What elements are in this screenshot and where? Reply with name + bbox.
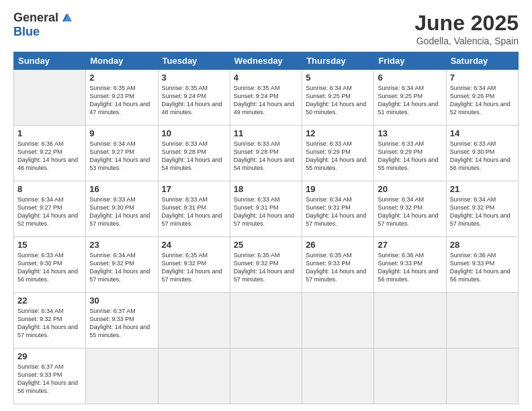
calendar-cell [86,349,158,404]
calendar-header-tuesday: Tuesday [158,52,230,70]
day-info: Sunrise: 6:36 AMSunset: 9:33 PMDaylight:… [450,251,515,284]
day-info: Sunrise: 6:37 AMSunset: 9:33 PMDaylight:… [89,307,154,340]
week-row-3: 8Sunrise: 6:34 AMSunset: 9:27 PMDaylight… [14,181,519,237]
day-number: 24 [162,240,226,250]
day-info: Sunrise: 6:35 AMSunset: 9:24 PMDaylight:… [234,84,298,117]
day-info: Sunrise: 6:33 AMSunset: 9:29 PMDaylight:… [306,140,370,173]
day-number: 10 [162,128,226,138]
day-number: 28 [450,240,515,250]
day-info: Sunrise: 6:35 AMSunset: 9:33 PMDaylight:… [306,251,370,284]
day-number: 2 [89,73,154,83]
calendar-cell: 28Sunrise: 6:36 AMSunset: 9:33 PMDayligh… [446,237,518,293]
calendar-cell: 8Sunrise: 6:34 AMSunset: 9:27 PMDaylight… [14,181,86,237]
day-info: Sunrise: 6:34 AMSunset: 9:27 PMDaylight:… [17,195,82,228]
day-number: 12 [306,128,370,138]
calendar-cell: 9Sunrise: 6:34 AMSunset: 9:27 PMDaylight… [86,126,158,181]
calendar-cell [446,349,518,404]
day-number: 4 [234,73,298,83]
week-row-2: 1Sunrise: 6:36 AMSunset: 9:22 PMDaylight… [14,126,519,181]
day-info: Sunrise: 6:33 AMSunset: 9:30 PMDaylight:… [17,251,82,284]
day-number: 15 [17,240,82,250]
page: General Blue June 2025 Godella, Valencia… [0,0,532,411]
calendar-cell: 17Sunrise: 6:33 AMSunset: 9:31 PMDayligh… [158,181,230,237]
day-number: 18 [234,184,298,194]
calendar-cell [158,293,230,349]
day-info: Sunrise: 6:35 AMSunset: 9:23 PMDaylight:… [89,84,154,117]
calendar-cell [302,293,374,349]
logo-icon [60,12,73,24]
week-row-5: 22Sunrise: 6:34 AMSunset: 9:32 PMDayligh… [14,293,519,349]
calendar-header-friday: Friday [374,52,446,70]
day-number: 19 [306,184,370,194]
calendar-cell: 29Sunrise: 6:37 AMSunset: 9:33 PMDayligh… [14,349,86,404]
calendar-cell: 23Sunrise: 6:34 AMSunset: 9:32 PMDayligh… [86,237,158,293]
day-number: 16 [89,184,154,194]
day-info: Sunrise: 6:37 AMSunset: 9:33 PMDaylight:… [17,363,82,396]
calendar-header-row: SundayMondayTuesdayWednesdayThursdayFrid… [14,52,519,70]
day-info: Sunrise: 6:34 AMSunset: 9:27 PMDaylight:… [89,140,154,173]
day-info: Sunrise: 6:36 AMSunset: 9:33 PMDaylight:… [378,251,442,284]
day-number: 30 [89,295,154,306]
day-info: Sunrise: 6:36 AMSunset: 9:22 PMDaylight:… [17,140,82,173]
day-number: 17 [162,184,226,194]
calendar-table: SundayMondayTuesdayWednesdayThursdayFrid… [13,52,519,404]
calendar-cell: 14Sunrise: 6:33 AMSunset: 9:30 PMDayligh… [446,126,518,181]
calendar-cell [230,293,302,349]
calendar-cell [446,293,518,349]
calendar-cell: 21Sunrise: 6:34 AMSunset: 9:32 PMDayligh… [446,181,518,237]
calendar-body: 2Sunrise: 6:35 AMSunset: 9:23 PMDaylight… [14,70,519,404]
calendar-cell: 20Sunrise: 6:34 AMSunset: 9:32 PMDayligh… [374,181,446,237]
week-row-6: 29Sunrise: 6:37 AMSunset: 9:33 PMDayligh… [14,349,519,404]
calendar-cell [302,349,374,404]
calendar-cell [14,70,86,126]
calendar-cell: 26Sunrise: 6:35 AMSunset: 9:33 PMDayligh… [302,237,374,293]
subtitle: Godella, Valencia, Spain [414,36,519,46]
day-number: 5 [306,73,370,83]
day-info: Sunrise: 6:33 AMSunset: 9:28 PMDaylight:… [234,140,298,173]
day-info: Sunrise: 6:34 AMSunset: 9:25 PMDaylight:… [306,84,370,117]
logo: General Blue [13,11,73,39]
day-number: 20 [378,184,442,194]
calendar-cell: 25Sunrise: 6:35 AMSunset: 9:32 PMDayligh… [230,237,302,293]
calendar-cell: 27Sunrise: 6:36 AMSunset: 9:33 PMDayligh… [374,237,446,293]
calendar-cell: 11Sunrise: 6:33 AMSunset: 9:28 PMDayligh… [230,126,302,181]
day-number: 25 [234,240,298,250]
calendar-header-monday: Monday [86,52,158,70]
day-number: 3 [162,73,226,83]
day-number: 26 [306,240,370,250]
day-info: Sunrise: 6:34 AMSunset: 9:32 PMDaylight:… [378,195,442,228]
day-info: Sunrise: 6:35 AMSunset: 9:32 PMDaylight:… [162,251,226,284]
calendar-cell: 10Sunrise: 6:33 AMSunset: 9:28 PMDayligh… [158,126,230,181]
calendar-cell [374,349,446,404]
calendar-cell: 22Sunrise: 6:34 AMSunset: 9:32 PMDayligh… [14,293,86,349]
day-info: Sunrise: 6:33 AMSunset: 9:31 PMDaylight:… [162,195,226,228]
day-info: Sunrise: 6:33 AMSunset: 9:28 PMDaylight:… [162,140,226,173]
day-info: Sunrise: 6:34 AMSunset: 9:25 PMDaylight:… [378,84,442,117]
calendar-cell: 12Sunrise: 6:33 AMSunset: 9:29 PMDayligh… [302,126,374,181]
day-number: 6 [378,73,442,83]
top-section: General Blue June 2025 Godella, Valencia… [13,11,519,46]
day-info: Sunrise: 6:33 AMSunset: 9:29 PMDaylight:… [378,140,442,173]
day-number: 11 [234,128,298,138]
calendar-cell: 6Sunrise: 6:34 AMSunset: 9:25 PMDaylight… [374,70,446,126]
main-title: June 2025 [414,11,519,36]
day-number: 9 [89,128,154,138]
day-number: 27 [378,240,442,250]
day-info: Sunrise: 6:33 AMSunset: 9:30 PMDaylight:… [89,195,154,228]
day-info: Sunrise: 6:33 AMSunset: 9:30 PMDaylight:… [450,140,515,173]
calendar-cell: 24Sunrise: 6:35 AMSunset: 9:32 PMDayligh… [158,237,230,293]
day-info: Sunrise: 6:34 AMSunset: 9:32 PMDaylight:… [89,251,154,284]
week-row-4: 15Sunrise: 6:33 AMSunset: 9:30 PMDayligh… [14,237,519,293]
calendar-cell: 13Sunrise: 6:33 AMSunset: 9:29 PMDayligh… [374,126,446,181]
day-info: Sunrise: 6:34 AMSunset: 9:26 PMDaylight:… [450,84,515,117]
day-info: Sunrise: 6:35 AMSunset: 9:32 PMDaylight:… [234,251,298,284]
day-number: 7 [450,73,515,83]
calendar-header-thursday: Thursday [302,52,374,70]
day-info: Sunrise: 6:35 AMSunset: 9:24 PMDaylight:… [162,84,226,117]
calendar-cell [158,349,230,404]
day-info: Sunrise: 6:33 AMSunset: 9:31 PMDaylight:… [234,195,298,228]
day-info: Sunrise: 6:34 AMSunset: 9:32 PMDaylight:… [17,307,82,340]
calendar-header-sunday: Sunday [14,52,86,70]
day-number: 1 [17,128,82,138]
logo-blue: Blue [13,25,40,39]
